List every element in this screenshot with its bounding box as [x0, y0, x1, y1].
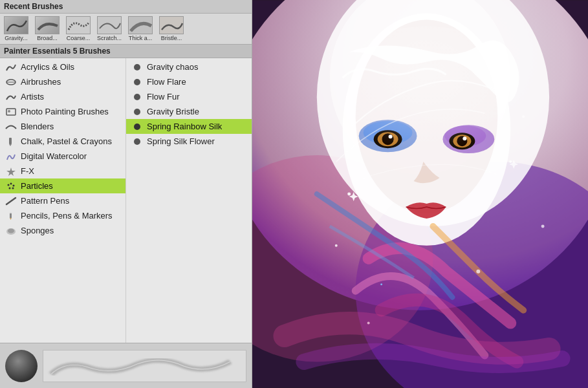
svg-marker-12: [10, 218, 12, 220]
brush-item-label-acrylics: Acrylics & Oils: [21, 62, 74, 72]
acrylics-icon: [5, 63, 17, 72]
brush-item-label-chalk: Chalk, Pastel & Crayons: [21, 136, 112, 146]
gravity-chaos-icon: [131, 63, 143, 72]
gravity-bristle-icon: [131, 107, 143, 116]
recent-brushes-header: Recent Brushes: [0, 0, 252, 14]
chalk-icon: [5, 137, 17, 146]
flow-flare-icon: [131, 78, 143, 87]
svg-point-15: [8, 228, 14, 233]
svg-point-38: [347, 193, 351, 196]
brush-item-spring-rainbow-silk[interactable]: Spring Rainbow Silk: [126, 119, 252, 134]
fx-icon: [5, 167, 17, 176]
svg-point-3: [8, 110, 10, 113]
brush-stroke-preview: [43, 350, 246, 382]
brush-item-label-airbrushes: Airbrushes: [21, 77, 61, 87]
brush-item-digital-watercolor[interactable]: Digital Watercolor: [0, 149, 125, 164]
artwork-canvas[interactable]: [252, 0, 588, 388]
svg-rect-4: [9, 138, 12, 144]
brush-item-gravity-bristle[interactable]: Gravity Bristle: [126, 104, 252, 119]
recent-brush-label-1: Gravity...: [3, 35, 30, 41]
particles-icon: [5, 182, 17, 191]
recent-brush-label-6: Bristle...: [158, 35, 185, 41]
brush-item-blenders[interactable]: Blenders: [0, 119, 125, 134]
artists-icon: [5, 92, 17, 102]
svg-point-39: [509, 160, 512, 163]
left-panel: Recent Brushes Gravity... Broad... Coars…: [0, 0, 252, 388]
brush-item-label-spring-rainbow-silk: Spring Rainbow Silk: [147, 122, 222, 131]
brush-item-spring-silk-flower[interactable]: Spring Silk Flower: [126, 134, 252, 149]
svg-point-9: [9, 187, 11, 189]
brush-item-label-artists: Artists: [21, 92, 44, 102]
brush-item-label-flow-fur: Flow Fur: [147, 92, 180, 102]
pe-brushes-header: Painter Essentials 5 Brushes: [0, 45, 252, 58]
recent-brush-label-2: Broad...: [34, 35, 61, 41]
brush-item-photo-painting[interactable]: Photo Painting Brushes: [0, 104, 125, 119]
recent-brush-label-3: Coarse...: [65, 35, 92, 41]
brush-item-airbrushes[interactable]: Airbrushes: [0, 74, 125, 89]
brush-item-flow-fur[interactable]: Flow Fur: [126, 89, 252, 104]
brush-item-label-pencils: Pencils, Pens & Markers: [21, 211, 113, 221]
brush-item-chalk[interactable]: Chalk, Pastel & Crayons: [0, 134, 125, 149]
blenders-icon: [5, 122, 17, 131]
brush-item-acrylics[interactable]: Acrylics & Oils: [0, 59, 125, 74]
svg-point-45: [335, 244, 338, 247]
recent-brush-label-5: Thick a...: [127, 35, 154, 41]
pencils-icon: [5, 211, 17, 221]
brush-item-label-gravity-chaos: Gravity chaos: [147, 62, 198, 72]
brush-col-right: Gravity chaos Flow Flare Flow Fur: [126, 58, 252, 343]
brush-item-sponges[interactable]: Sponges: [0, 223, 125, 238]
brush-item-fx[interactable]: F-X: [0, 164, 125, 178]
svg-point-6: [8, 184, 10, 186]
brush-item-label-gravity-bristle: Gravity Bristle: [147, 107, 199, 116]
svg-rect-13: [10, 212, 12, 213]
brush-item-particles[interactable]: Particles: [0, 178, 125, 193]
brush-item-label-fx: F-X: [21, 166, 34, 176]
right-panel: [252, 0, 588, 388]
brush-item-label-pattern-pens: Pattern Pens: [21, 196, 69, 206]
brush-item-label-blenders: Blenders: [21, 122, 54, 131]
svg-point-46: [323, 27, 530, 182]
svg-point-42: [541, 224, 545, 228]
photo-painting-icon: [5, 107, 17, 116]
recent-brush-thumb-3[interactable]: Coarse...: [65, 16, 92, 41]
pattern-pens-icon: [5, 197, 17, 206]
recent-brush-thumb-6[interactable]: Bristle...: [158, 16, 185, 41]
recent-brushes-row: Gravity... Broad... Coarse... Scratch...: [0, 14, 252, 45]
svg-rect-2: [6, 109, 16, 115]
brush-item-artists[interactable]: Artists: [0, 89, 125, 104]
brush-size-preview: [5, 350, 38, 382]
recent-brush-label-4: Scratch...: [96, 35, 123, 41]
svg-point-43: [380, 283, 382, 285]
app-container: Recent Brushes Gravity... Broad... Coars…: [0, 0, 588, 388]
brush-item-pencils[interactable]: Pencils, Pens & Markers: [0, 208, 125, 223]
brush-item-label-particles: Particles: [21, 181, 53, 191]
brush-item-gravity-chaos[interactable]: Gravity chaos: [126, 59, 252, 74]
brush-item-pattern-pens[interactable]: Pattern Pens: [0, 193, 125, 208]
svg-point-8: [13, 184, 15, 186]
recent-brush-thumb-4[interactable]: Scratch...: [96, 16, 123, 41]
brush-item-label-digital-watercolor: Digital Watercolor: [21, 151, 87, 161]
airbrushes-icon: [5, 78, 17, 87]
svg-point-7: [10, 182, 12, 184]
svg-point-40: [476, 270, 480, 274]
brush-preview-bar: [0, 343, 252, 388]
svg-marker-5: [9, 144, 12, 146]
svg-point-10: [12, 187, 14, 189]
recent-brush-thumb-2[interactable]: Broad...: [34, 16, 61, 41]
brush-item-label-spring-silk-flower: Spring Silk Flower: [147, 136, 215, 146]
recent-brush-thumb-5[interactable]: Thick a...: [127, 16, 154, 41]
brush-item-flow-flare[interactable]: Flow Flare: [126, 74, 252, 89]
brush-item-label-photo-painting: Photo Painting Brushes: [21, 107, 109, 116]
brush-col-left: Acrylics & Oils Airbrushes Artists: [0, 58, 126, 343]
recent-brush-thumb-1[interactable]: Gravity...: [3, 16, 30, 41]
spring-silk-flower-icon: [131, 137, 143, 146]
flow-fur-icon: [131, 92, 143, 102]
spring-rainbow-silk-icon: [131, 122, 143, 131]
sponges-icon: [5, 226, 17, 235]
brush-item-label-sponges: Sponges: [21, 226, 54, 235]
brush-item-label-flow-flare: Flow Flare: [147, 77, 186, 87]
digital-watercolor-icon: [5, 152, 17, 161]
brush-list-container: Acrylics & Oils Airbrushes Artists: [0, 58, 252, 343]
